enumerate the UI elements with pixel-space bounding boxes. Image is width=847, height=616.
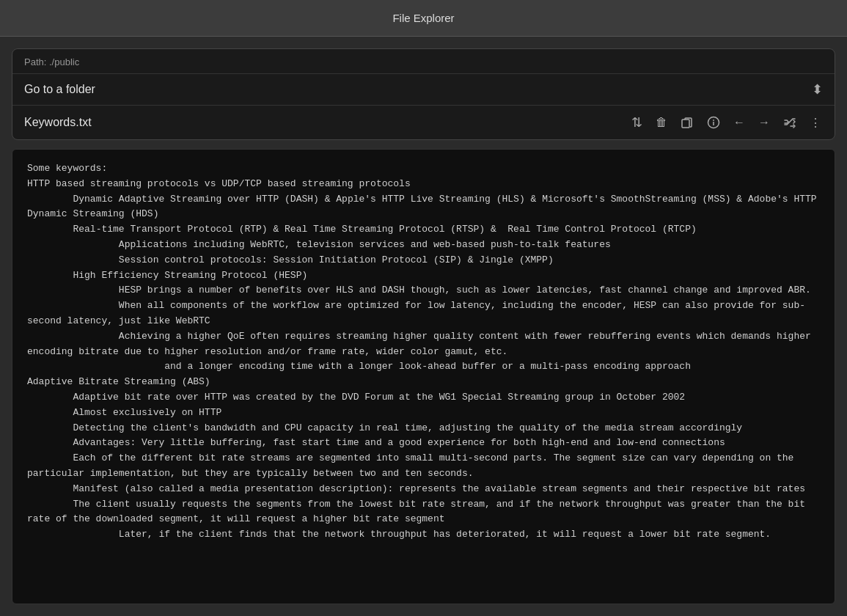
sort-icon[interactable]: ⇅ — [630, 113, 644, 132]
file-row: Keywords.txt ⇅ 🗑 ← — [12, 106, 835, 139]
more-icon[interactable]: ⋮ — [808, 114, 823, 131]
chevron-icon: ⬍ — [812, 81, 823, 98]
goto-folder-label: Go to a folder — [24, 83, 95, 96]
delete-icon[interactable]: 🗑 — [654, 114, 669, 131]
text-content-area[interactable]: Some keywords: HTTP based streaming prot… — [12, 149, 835, 604]
info-icon[interactable] — [705, 114, 722, 131]
svg-rect-0 — [682, 120, 689, 128]
file-name: Keywords.txt — [24, 116, 92, 129]
svg-point-3 — [713, 120, 714, 121]
main-content: Path: ./public Go to a folder ⬍ Keywords… — [0, 37, 847, 616]
title-bar: File Explorer — [0, 0, 847, 37]
path-text: Path: ./public — [24, 56, 79, 67]
svg-rect-2 — [713, 122, 714, 125]
goto-folder-row[interactable]: Go to a folder ⬍ — [12, 74, 835, 106]
file-actions: ⇅ 🗑 ← → — [630, 113, 823, 132]
explorer-panel: Path: ./public Go to a folder ⬍ Keywords… — [12, 48, 835, 140]
file-content: Some keywords: HTTP based streaming prot… — [27, 161, 820, 543]
path-bar: Path: ./public — [12, 49, 835, 74]
shuffle-icon[interactable] — [782, 114, 798, 131]
forward-icon[interactable]: → — [757, 114, 771, 131]
app-title: File Explorer — [392, 12, 454, 24]
back-icon[interactable]: ← — [732, 114, 747, 131]
move-icon[interactable] — [679, 114, 695, 131]
